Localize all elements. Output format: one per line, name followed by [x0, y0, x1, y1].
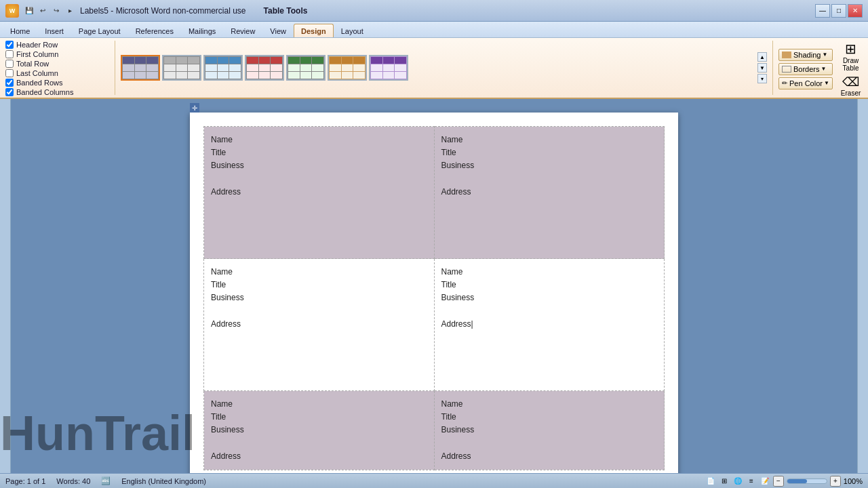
title-bar: W 💾 ↩ ↪ ▸ Labels5 - Microsoft Word non-c… — [0, 0, 868, 22]
save-quick-btn[interactable]: 💾 — [23, 5, 35, 17]
status-left: Page: 1 of 1 Words: 40 🔤 English (United… — [5, 476, 206, 485]
table-row: Name Title Business Address Name Title B… — [204, 391, 665, 470]
view-outline-icon[interactable]: ≡ — [746, 476, 757, 487]
label-business-1-2: Business — [441, 159, 658, 172]
label-name-3-2: Name — [441, 398, 658, 411]
header-row-checkbox-item[interactable]: Header Row — [5, 41, 73, 49]
vertical-scrollbar[interactable] — [857, 99, 868, 473]
label-title-3-1: Title — [211, 411, 427, 424]
label-cell-2-1[interactable]: Name Title Business Address — [204, 259, 435, 391]
tab-view[interactable]: View — [262, 24, 294, 37]
label-business-2-1: Business — [211, 291, 427, 304]
undo-quick-btn[interactable]: ↩ — [37, 5, 49, 17]
eraser-label: Eraser — [841, 89, 861, 97]
shading-dropdown[interactable]: Shading ▼ — [778, 49, 833, 61]
zoom-in-button[interactable]: + — [830, 476, 841, 487]
table-style-5[interactable] — [286, 55, 326, 81]
pen-color-arrow-icon: ▼ — [824, 80, 829, 86]
zoom-slider[interactable] — [787, 479, 827, 484]
label-content-2-2: Name Title Business Address| — [441, 266, 658, 331]
page-info: Page: 1 of 1 — [5, 477, 45, 485]
label-cell-1-1[interactable]: Name Title Business Address — [204, 127, 435, 259]
label-content-3-2: Name Title Business Address — [441, 398, 658, 463]
redo-quick-btn[interactable]: ↪ — [50, 5, 62, 17]
tab-layout[interactable]: Layout — [334, 24, 371, 37]
zoom-level: 100% — [844, 477, 863, 485]
table-style-3[interactable] — [203, 55, 243, 81]
label-content-1-2: Name Title Business Address — [441, 134, 658, 199]
label-business-1-1: Business — [211, 159, 427, 172]
tab-insert[interactable]: Insert — [37, 24, 71, 37]
borders-dropdown[interactable]: Borders ▼ — [778, 63, 833, 75]
office-logo: W — [5, 4, 19, 18]
table-style-6[interactable] — [328, 55, 367, 81]
last-column-checkbox[interactable] — [5, 69, 14, 77]
banded-columns-checkbox[interactable] — [5, 88, 14, 96]
close-button[interactable]: ✕ — [848, 4, 863, 18]
tab-mailings[interactable]: Mailings — [181, 24, 223, 37]
label-address-1-2: Address — [441, 186, 658, 199]
borders-icon — [782, 66, 791, 73]
table-style-options-content: Header Row First Column Total Row Last C… — [5, 41, 73, 96]
document-area: ✛ Name Title Business Address — [11, 99, 857, 473]
total-row-checkbox-item[interactable]: Total Row — [5, 60, 73, 68]
scroll-more-arrow[interactable]: ▾ — [757, 74, 767, 83]
label-cell-3-2[interactable]: Name Title Business Address — [434, 391, 665, 470]
view-web-icon[interactable]: 🌐 — [732, 476, 743, 487]
total-row-checkbox[interactable] — [5, 60, 14, 68]
tab-home[interactable]: Home — [3, 24, 37, 37]
ribbon-group-table-style-options: Header Row First Column Total Row Last C… — [0, 41, 115, 95]
table-style-7[interactable] — [369, 55, 408, 81]
banded-rows-label: Banded Rows — [16, 79, 63, 87]
banded-rows-checkbox[interactable] — [5, 79, 14, 87]
tab-design[interactable]: Design — [294, 24, 334, 37]
label-cell-2-2[interactable]: Name Title Business Address| — [434, 259, 665, 391]
shading-color-swatch — [782, 52, 791, 58]
last-column-checkbox-item[interactable]: Last Column — [5, 69, 73, 77]
label-cell-1-2[interactable]: Name Title Business Address — [434, 127, 665, 259]
pen-color-dropdown[interactable]: ✏ Pen Color ▼ — [778, 77, 833, 89]
pen-icon: ✏ — [782, 79, 787, 87]
table-row: Name Title Business Address Name Title B… — [204, 127, 665, 259]
window-controls: — □ ✕ — [815, 4, 863, 18]
shading-borders-row: Shading ▼ Borders ▼ ✏ Pen Color ▼ ⊞ Draw — [778, 41, 863, 97]
customize-quick-btn[interactable]: ▸ — [64, 5, 76, 17]
view-normal-icon[interactable]: 📄 — [705, 476, 716, 487]
maximize-button[interactable]: □ — [831, 4, 846, 18]
page-move-handle[interactable]: ✛ — [190, 103, 199, 113]
label-business-3-2: Business — [441, 424, 658, 436]
label-cell-3-1[interactable]: Name Title Business Address — [204, 391, 435, 470]
view-draft-icon[interactable]: 📝 — [760, 476, 770, 487]
tab-review[interactable]: Review — [223, 24, 262, 37]
language-info: English (United Kingdom) — [121, 477, 206, 485]
label-title-1-1: Title — [211, 146, 427, 159]
banded-columns-checkbox-item[interactable]: Banded Columns — [5, 88, 73, 96]
word-count: Words: 40 — [56, 477, 90, 485]
table-style-4[interactable] — [245, 55, 284, 81]
header-row-checkbox[interactable] — [5, 41, 14, 49]
table-style-1[interactable] — [121, 55, 160, 81]
table-style-2[interactable] — [162, 55, 201, 81]
spell-check-icon: 🔤 — [101, 476, 111, 485]
ribbon-group-draw-borders: Shading ▼ Borders ▼ ✏ Pen Color ▼ ⊞ Draw — [773, 41, 868, 95]
view-fullscreen-icon[interactable]: ⊞ — [719, 476, 730, 487]
scroll-down-arrow[interactable]: ▼ — [757, 63, 767, 73]
first-column-checkbox[interactable] — [5, 50, 14, 58]
main-content: ✛ Name Title Business Address — [0, 99, 868, 473]
table-tools-label: Table Tools — [264, 6, 308, 16]
scroll-up-arrow[interactable]: ▲ — [757, 52, 767, 62]
tab-page-layout[interactable]: Page Layout — [71, 24, 128, 37]
minimize-button[interactable]: — — [815, 4, 830, 18]
label-title-2-2: Title — [441, 279, 658, 291]
eraser-button[interactable]: ⌫ Eraser — [841, 75, 861, 97]
first-column-label: First Column — [16, 50, 58, 58]
zoom-out-button[interactable]: − — [773, 476, 784, 487]
label-title-3-2: Title — [441, 411, 658, 424]
tab-references[interactable]: References — [128, 24, 181, 37]
banded-rows-checkbox-item[interactable]: Banded Rows — [5, 79, 73, 87]
table-styles-scroll-arrows: ▲ ▼ ▾ — [757, 52, 767, 83]
draw-table-button[interactable]: ⊞ Draw Table — [843, 41, 859, 72]
banded-columns-label: Banded Columns — [16, 88, 73, 96]
label-title-1-2: Title — [441, 146, 658, 159]
first-column-checkbox-item[interactable]: First Column — [5, 50, 73, 58]
